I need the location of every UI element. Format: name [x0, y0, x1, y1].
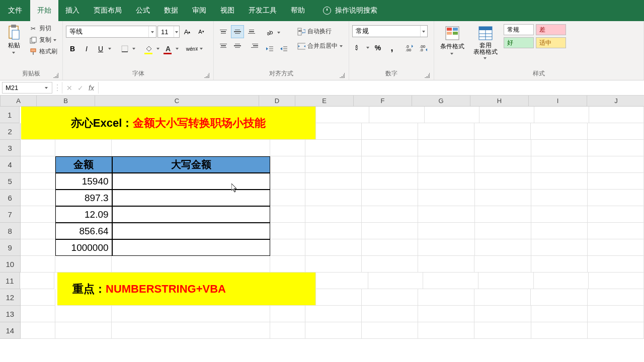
- cell[interactable]: [475, 239, 531, 256]
- cell[interactable]: [418, 256, 474, 273]
- cell[interactable]: [270, 190, 305, 206]
- tab-page-layout[interactable]: 页面布局: [87, 0, 129, 21]
- cell[interactable]: [418, 173, 474, 190]
- chevron-down-icon[interactable]: [108, 47, 112, 51]
- decrease-decimal-button[interactable]: .00.0: [418, 41, 431, 54]
- increase-font-button[interactable]: A▴: [181, 25, 194, 38]
- cell[interactable]: [474, 306, 531, 322]
- cell[interactable]: [362, 289, 418, 306]
- dialog-launcher-icon[interactable]: [53, 73, 58, 78]
- cell[interactable]: [21, 206, 56, 223]
- align-left-button[interactable]: [217, 39, 230, 52]
- wrap-text-button[interactable]: ab 自动换行: [295, 26, 346, 37]
- cell[interactable]: [588, 123, 644, 140]
- column-header[interactable]: H: [470, 96, 529, 106]
- tab-view[interactable]: 视图: [213, 0, 242, 21]
- align-top-button[interactable]: [217, 25, 230, 38]
- table-header-amount[interactable]: 金额: [55, 156, 112, 173]
- cell[interactable]: [369, 107, 424, 123]
- cell[interactable]: [425, 107, 479, 123]
- cell[interactable]: [534, 107, 589, 123]
- underline-button[interactable]: U: [94, 42, 107, 55]
- cell[interactable]: [479, 107, 534, 123]
- accounting-format-button[interactable]: ₿: [352, 41, 365, 54]
- cell[interactable]: [270, 223, 305, 239]
- tab-help[interactable]: 帮助: [284, 0, 312, 21]
- tab-formulas[interactable]: 公式: [129, 0, 157, 21]
- row-header[interactable]: 3: [0, 140, 21, 156]
- cell[interactable]: [531, 256, 588, 273]
- cell[interactable]: [474, 123, 531, 140]
- cell[interactable]: [270, 206, 305, 223]
- tab-review[interactable]: 审阅: [185, 0, 213, 21]
- cell[interactable]: [362, 190, 418, 206]
- cell[interactable]: [313, 273, 368, 289]
- row-header[interactable]: 4: [0, 156, 21, 173]
- cell[interactable]: [531, 206, 588, 223]
- format-painter-button[interactable]: 格式刷: [27, 46, 59, 57]
- chevron-down-icon[interactable]: [366, 46, 370, 50]
- column-header[interactable]: I: [529, 96, 587, 106]
- chevron-down-icon[interactable]: [200, 47, 204, 51]
- cell[interactable]: [418, 289, 474, 306]
- cell[interactable]: [588, 306, 644, 322]
- cell[interactable]: [474, 289, 531, 306]
- cell[interactable]: [305, 256, 362, 273]
- cell[interactable]: [21, 256, 56, 273]
- name-box[interactable]: M21: [2, 82, 52, 94]
- cell-style-good[interactable]: 好: [504, 37, 534, 48]
- dialog-launcher-icon[interactable]: [425, 73, 430, 78]
- tab-data[interactable]: 数据: [157, 0, 185, 21]
- cell[interactable]: [474, 256, 531, 273]
- cell-style-neutral[interactable]: 适中: [536, 37, 566, 48]
- number-format-input[interactable]: [353, 28, 420, 35]
- merge-center-button[interactable]: 合并后居中: [295, 41, 346, 51]
- row-header[interactable]: 10: [0, 256, 21, 273]
- cell[interactable]: [478, 273, 534, 289]
- cell[interactable]: [531, 289, 587, 306]
- cell[interactable]: [362, 223, 418, 239]
- row-header[interactable]: 6: [0, 190, 21, 206]
- chevron-down-icon[interactable]: [132, 47, 136, 51]
- cell[interactable]: [21, 223, 56, 239]
- cell[interactable]: [531, 156, 588, 173]
- column-header[interactable]: A: [1, 96, 37, 106]
- cell[interactable]: [270, 256, 305, 273]
- cell[interactable]: [112, 256, 270, 273]
- chevron-down-icon[interactable]: [277, 31, 281, 35]
- increase-indent-button[interactable]: [277, 42, 290, 55]
- row-header[interactable]: 5: [0, 173, 21, 190]
- cell[interactable]: [270, 140, 305, 156]
- column-header[interactable]: C: [95, 96, 259, 106]
- cell[interactable]: [55, 306, 112, 322]
- italic-button[interactable]: I: [80, 42, 93, 55]
- cell[interactable]: [21, 289, 56, 306]
- cell[interactable]: [21, 322, 56, 339]
- select-all-corner[interactable]: [0, 96, 1, 106]
- cell[interactable]: [21, 306, 56, 322]
- chevron-down-icon[interactable]: [156, 47, 160, 51]
- fill-color-button[interactable]: [142, 42, 155, 55]
- cell[interactable]: [475, 206, 531, 223]
- row-header[interactable]: 11: [0, 273, 20, 289]
- align-right-button[interactable]: [245, 39, 258, 52]
- cell[interactable]: [270, 306, 305, 322]
- footer-cell[interactable]: 重点：NUMBERSTRING+VBA: [57, 273, 316, 306]
- cell[interactable]: [474, 322, 531, 339]
- cell[interactable]: [362, 306, 418, 322]
- cell[interactable]: [418, 140, 474, 156]
- table-cell-amount[interactable]: 1000000: [55, 239, 112, 256]
- cell[interactable]: [305, 190, 362, 206]
- cell[interactable]: [21, 239, 56, 256]
- cell[interactable]: [362, 206, 418, 223]
- cell[interactable]: [418, 156, 474, 173]
- cell[interactable]: [531, 306, 588, 322]
- cell[interactable]: [418, 223, 474, 239]
- cell[interactable]: [270, 156, 305, 173]
- table-cell-amount[interactable]: 897.3: [55, 190, 112, 206]
- cell[interactable]: [362, 239, 418, 256]
- cell[interactable]: [55, 322, 112, 339]
- cell[interactable]: [589, 107, 644, 123]
- cell[interactable]: [305, 173, 362, 190]
- cell[interactable]: [305, 322, 362, 339]
